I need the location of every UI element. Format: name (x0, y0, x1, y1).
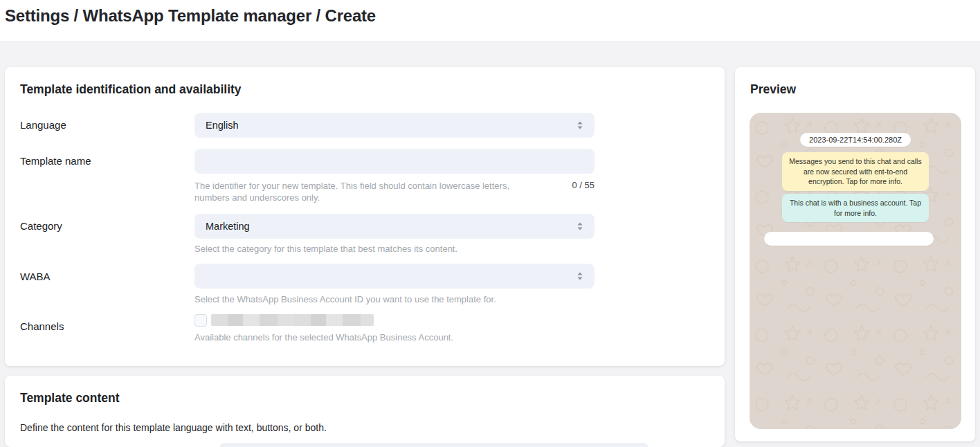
template-name-label: Template name (20, 155, 91, 167)
channel-name-redacted (211, 314, 374, 326)
empty-template-message-bubble (764, 232, 934, 246)
unfold-arrows-icon (575, 271, 585, 281)
language-select-value: English (206, 120, 239, 131)
waba-helper: Select the WhatsApp Business Account ID … (194, 293, 496, 305)
category-label: Category (20, 220, 62, 232)
unfold-arrows-icon (575, 221, 585, 231)
identification-card-title: Template identification and availability (20, 82, 242, 97)
page-title: Settings / WhatsApp Template manager / C… (5, 6, 376, 26)
preview-card: Preview 2023-09-22T14:54:00.2 (735, 67, 975, 441)
channels-label: Channels (20, 320, 64, 332)
language-select[interactable]: English (194, 113, 595, 138)
whatsapp-chat-preview: 2023-09-22T14:54:00.280Z Messages you se… (750, 113, 961, 429)
business-account-bubble: This chat is with a business account. Ta… (782, 194, 929, 222)
template-identification-card: Template identification and availability… (5, 67, 725, 366)
channel-checkbox[interactable] (194, 314, 207, 327)
template-name-input[interactable] (194, 149, 595, 174)
category-helper: Select the category for this template th… (194, 243, 457, 255)
template-body-input-partial[interactable] (219, 443, 648, 447)
unfold-arrows-icon (575, 120, 585, 130)
waba-select[interactable] (194, 264, 595, 289)
content-card-description: Define the content for this template lan… (20, 422, 327, 433)
language-label: Language (20, 119, 66, 131)
template-content-card: Template content Define the content for … (5, 376, 725, 447)
timestamp-pill: 2023-09-22T14:54:00.280Z (800, 133, 911, 147)
template-name-char-counter: 0 / 55 (572, 180, 595, 190)
category-select[interactable]: Marketing (194, 214, 595, 239)
content-card-title: Template content (20, 391, 120, 405)
waba-label: WABA (20, 271, 51, 282)
encryption-notice-bubble: Messages you send to this chat and calls… (782, 152, 929, 191)
channels-helper: Available channels for the selected What… (194, 331, 453, 343)
template-name-helper: The identifier for your new template. Th… (194, 180, 541, 203)
preview-card-title: Preview (750, 82, 796, 97)
page-header: Settings / WhatsApp Template manager / C… (0, 0, 980, 42)
category-select-value: Marketing (206, 221, 250, 232)
